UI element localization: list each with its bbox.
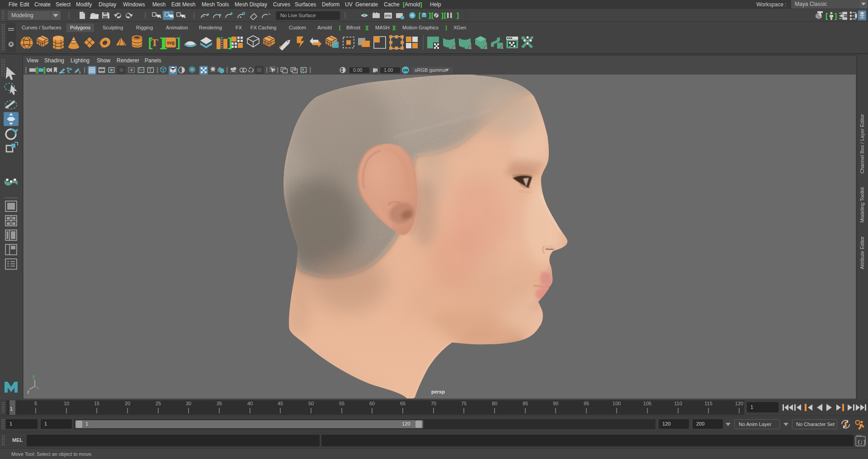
svg-text:100: 100 — [613, 401, 621, 406]
svg-text:]: ] — [429, 11, 431, 19]
svg-text:1.00: 1.00 — [384, 67, 393, 73]
svg-text:0.00: 0.00 — [353, 67, 363, 73]
svg-text:90: 90 — [553, 401, 558, 406]
svg-text:65: 65 — [400, 401, 406, 406]
svg-text:10: 10 — [64, 401, 69, 406]
svg-text:30: 30 — [186, 401, 191, 406]
svg-text:60: 60 — [369, 401, 375, 406]
svg-text:70: 70 — [431, 401, 436, 406]
svg-text:svg: svg — [167, 40, 175, 45]
svg-text:[: [ — [826, 12, 828, 20]
svg-text:105: 105 — [643, 401, 651, 406]
svg-text:115: 115 — [704, 401, 712, 406]
svg-text:]: ] — [228, 35, 232, 49]
svg-text:20: 20 — [125, 401, 130, 406]
svg-text:25: 25 — [156, 401, 161, 406]
svg-text:{;}: {;} — [857, 440, 866, 445]
svg-text:85: 85 — [523, 401, 528, 406]
svg-text:40: 40 — [247, 401, 253, 406]
svg-text:120: 120 — [735, 401, 743, 406]
svg-text:]: ] — [457, 11, 459, 19]
svg-text:y: y — [33, 374, 35, 379]
svg-text:95: 95 — [584, 401, 589, 406]
svg-text:35: 35 — [217, 401, 222, 406]
svg-text:15: 15 — [94, 401, 99, 406]
svg-text:[: [ — [36, 66, 38, 74]
svg-text:[: [ — [444, 11, 446, 19]
svg-text:]: ] — [835, 12, 837, 20]
svg-text:5: 5 — [34, 401, 37, 406]
svg-text:45: 45 — [278, 401, 283, 406]
svg-text:z: z — [27, 389, 29, 394]
svg-text:110: 110 — [674, 401, 682, 406]
svg-text:]: ] — [441, 11, 443, 19]
svg-text:[: [ — [419, 11, 421, 19]
svg-text:80: 80 — [492, 401, 497, 406]
svg-text:sRGB gamma: sRGB gamma — [415, 67, 446, 73]
svg-text:T: T — [151, 37, 158, 48]
svg-text:IPR: IPR — [385, 14, 392, 18]
svg-text:T: T — [149, 68, 152, 73]
svg-text:]: ] — [43, 66, 46, 74]
svg-text:50: 50 — [308, 401, 314, 406]
svg-text:[: [ — [431, 11, 434, 19]
svg-text:75: 75 — [461, 401, 467, 406]
svg-text:55: 55 — [339, 401, 344, 406]
svg-text:ON: ON — [403, 68, 408, 72]
